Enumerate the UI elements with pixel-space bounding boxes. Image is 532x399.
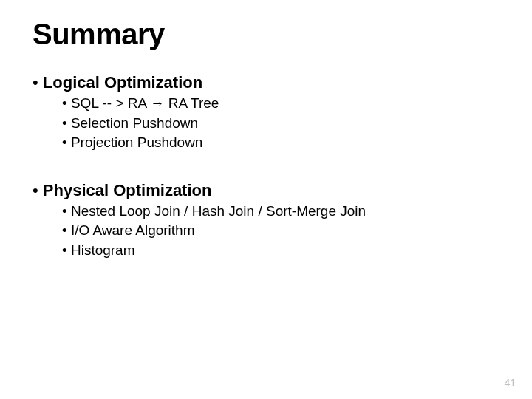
subitem-list: SQL -- > RA → RA Tree Selection Pushdown…: [33, 94, 499, 153]
list-item: Histogram: [62, 241, 499, 261]
subitem-list: Nested Loop Join / Hash Join / Sort-Merg…: [33, 202, 499, 261]
list-item: Selection Pushdown: [62, 114, 499, 134]
slide-title: Summary: [33, 18, 499, 51]
list-item: Nested Loop Join / Hash Join / Sort-Merg…: [62, 202, 499, 222]
section-heading: Logical Optimization: [33, 73, 499, 92]
list-item: Projection Pushdown: [62, 133, 499, 153]
list-item: I/O Aware Algorithm: [62, 221, 499, 241]
slide-content: Summary Logical Optimization SQL -- > RA…: [0, 0, 532, 261]
list-item: SQL -- > RA → RA Tree: [62, 94, 499, 114]
section-physical: Physical Optimization Nested Loop Join /…: [33, 181, 499, 261]
section-heading: Physical Optimization: [33, 181, 499, 200]
page-number: 41: [504, 377, 516, 389]
section-logical: Logical Optimization SQL -- > RA → RA Tr…: [33, 73, 499, 153]
